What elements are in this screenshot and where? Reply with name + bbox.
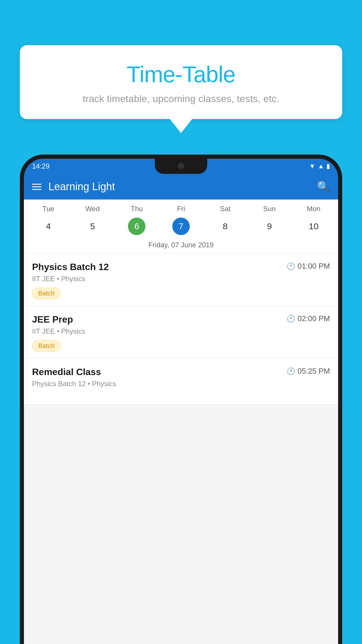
schedule-item-header-2: Remedial Class 🕐 05:25 PM xyxy=(32,367,330,377)
day-label-4: Sat xyxy=(203,205,247,213)
signal-icon: ▲ xyxy=(318,162,324,170)
class-subtitle-2: Physics Batch 12 • Physics xyxy=(32,380,330,388)
calendar-section: Tue Wed Thu Fri Sat Sun Mon 4 xyxy=(24,200,338,253)
batch-tag-0: Batch xyxy=(32,288,61,299)
speech-bubble: Time-Table track timetable, upcoming cla… xyxy=(20,45,342,119)
date-6[interactable]: 6 xyxy=(115,218,159,235)
app-title: Learning Light xyxy=(48,181,317,193)
days-row: Tue Wed Thu Fri Sat Sun Mon xyxy=(24,200,338,215)
date-circle-5: 5 xyxy=(84,218,101,235)
schedule-item-1[interactable]: JEE Prep 🕐 02:00 PM IIT JEE • Physics Ba… xyxy=(24,306,338,358)
date-circle-8: 8 xyxy=(217,218,234,235)
schedule-item-header-0: Physics Batch 12 🕐 01:00 PM xyxy=(32,262,330,272)
time-label-1: 02:00 PM xyxy=(298,314,330,323)
day-label-0: Tue xyxy=(26,205,71,213)
schedule-item-0[interactable]: Physics Batch 12 🕐 01:00 PM IIT JEE • Ph… xyxy=(24,253,338,306)
date-5[interactable]: 5 xyxy=(71,218,115,235)
date-circle-10: 10 xyxy=(305,218,322,235)
battery-icon: ▮ xyxy=(326,162,330,170)
date-circle-7: 7 xyxy=(172,218,190,235)
phone-frame: 14:29 ▼ ▲ ▮ Learning Light 🔍 xyxy=(20,155,342,644)
phone-screen: 14:29 ▼ ▲ ▮ Learning Light 🔍 xyxy=(24,159,338,644)
class-time-1: 🕐 02:00 PM xyxy=(287,314,330,323)
class-title-1: JEE Prep xyxy=(32,314,73,325)
date-8[interactable]: 8 xyxy=(203,218,247,235)
time-label-2: 05:25 PM xyxy=(298,367,330,376)
class-title-0: Physics Batch 12 xyxy=(32,262,109,272)
day-label-3: Fri xyxy=(159,205,203,213)
schedule-item-2[interactable]: Remedial Class 🕐 05:25 PM Physics Batch … xyxy=(24,358,338,405)
date-10[interactable]: 10 xyxy=(291,218,336,235)
date-7[interactable]: 7 xyxy=(159,218,203,235)
phone-content: Tue Wed Thu Fri Sat Sun Mon 4 xyxy=(24,200,338,644)
bubble-title: Time-Table xyxy=(31,61,331,88)
search-icon[interactable]: 🔍 xyxy=(317,181,330,193)
wifi-icon: ▼ xyxy=(309,162,315,170)
date-circle-4: 4 xyxy=(40,218,57,235)
phone-container: 14:29 ▼ ▲ ▮ Learning Light 🔍 xyxy=(20,155,342,644)
day-label-5: Sun xyxy=(247,205,292,213)
bubble-subtitle: track timetable, upcoming classes, tests… xyxy=(31,93,331,104)
app-bar: Learning Light 🔍 xyxy=(24,174,338,200)
class-subtitle-0: IIT JEE • Physics xyxy=(32,275,330,283)
schedule-list: Physics Batch 12 🕐 01:00 PM IIT JEE • Ph… xyxy=(24,253,338,405)
class-subtitle-1: IIT JEE • Physics xyxy=(32,327,330,335)
camera xyxy=(178,163,184,169)
selected-date-label: Friday, 07 June 2019 xyxy=(24,239,338,253)
batch-tag-1: Batch xyxy=(32,340,61,352)
clock-icon-1: 🕐 xyxy=(287,315,295,323)
day-label-6: Mon xyxy=(291,205,336,213)
class-time-2: 🕐 05:25 PM xyxy=(287,367,330,376)
time-label-0: 01:00 PM xyxy=(298,262,330,271)
status-time: 14:29 xyxy=(32,162,50,170)
class-time-0: 🕐 01:00 PM xyxy=(287,262,330,271)
day-label-1: Wed xyxy=(71,205,115,213)
schedule-item-header-1: JEE Prep 🕐 02:00 PM xyxy=(32,314,330,325)
class-title-2: Remedial Class xyxy=(32,367,101,377)
date-4[interactable]: 4 xyxy=(26,218,71,235)
clock-icon-2: 🕐 xyxy=(287,367,295,375)
phone-notch xyxy=(155,159,207,174)
menu-icon[interactable] xyxy=(32,184,41,190)
status-icons: ▼ ▲ ▮ xyxy=(309,162,330,170)
speech-bubble-container: Time-Table track timetable, upcoming cla… xyxy=(20,45,342,119)
day-label-2: Thu xyxy=(115,205,159,213)
date-circle-6: 6 xyxy=(128,218,145,235)
date-9[interactable]: 9 xyxy=(247,218,292,235)
dates-row: 4 5 6 7 8 xyxy=(24,215,338,239)
clock-icon-0: 🕐 xyxy=(287,262,295,270)
date-circle-9: 9 xyxy=(261,218,278,235)
